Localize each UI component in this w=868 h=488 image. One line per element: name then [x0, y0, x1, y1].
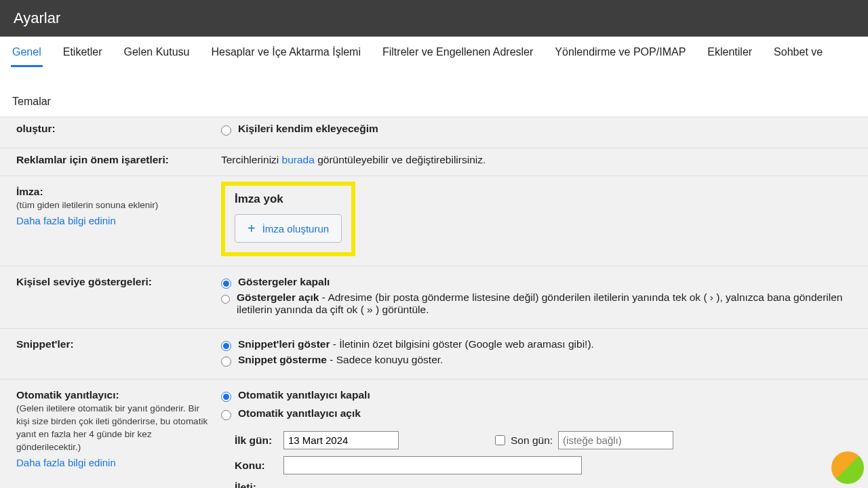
- tab-hesaplar[interactable]: Hesaplar ve İçe Aktarma İşlemi: [210, 37, 362, 67]
- label-autoresponder-sub: (Gelen iletilere otomatik bir yanıt gönd…: [16, 403, 213, 454]
- row-contacts-create: oluştur: Kişileri kendim ekleyeceğim: [0, 117, 868, 148]
- create-signature-button[interactable]: + İmza oluşturun: [235, 214, 342, 243]
- tab-genel[interactable]: Genel: [11, 37, 43, 67]
- tab-etiketler[interactable]: Etiketler: [62, 37, 104, 67]
- radio-contacts-manual-label: Kişileri kendim ekleyeceğim: [238, 123, 378, 135]
- page-title: Ayarlar: [0, 0, 868, 37]
- last-day-label: Son gün:: [511, 434, 553, 447]
- radio-snippets-show[interactable]: [221, 341, 231, 351]
- ads-text-prefix: Tercihlerinizi: [221, 154, 282, 165]
- message-label: İleti:: [235, 481, 275, 488]
- radio-snippets-hide[interactable]: [221, 357, 231, 367]
- label-snippets: Snippet'ler:: [16, 338, 213, 350]
- label-signature: İmza:: [16, 186, 213, 198]
- signature-learn-more-link[interactable]: Daha fazla bilgi edinin: [16, 215, 213, 226]
- label-signature-sub: (tüm giden iletilerin sonuna eklenir): [16, 199, 213, 212]
- last-day-input[interactable]: [558, 431, 673, 449]
- tab-eklentiler[interactable]: Eklentiler: [706, 37, 753, 67]
- signature-none-text: İmza yok: [235, 192, 342, 206]
- radio-indicators-on-label: Göstergeler açık - Adresime (bir posta g…: [237, 291, 852, 316]
- create-signature-label: İmza oluşturun: [262, 223, 329, 235]
- row-ads: Reklamlar için önem işaretleri: Tercihle…: [0, 148, 868, 176]
- radio-snippets-show-label: Snippet'leri göster - İletinin özet bilg…: [238, 338, 594, 350]
- first-day-input[interactable]: [283, 431, 399, 449]
- subject-input[interactable]: [283, 456, 582, 474]
- radio-autoresponder-off[interactable]: [221, 392, 231, 402]
- radio-autoresponder-on-label: Otomatik yanıtlayıcı açık: [238, 407, 361, 420]
- tab-yonlendirme[interactable]: Yönlendirme ve POP/IMAP: [553, 37, 687, 67]
- radio-autoresponder-on[interactable]: [221, 410, 231, 420]
- signature-highlight-box: İmza yok + İmza oluşturun: [221, 182, 355, 256]
- overlay-badge-icon: [831, 451, 864, 484]
- radio-indicators-on[interactable]: [221, 294, 230, 304]
- radio-contacts-manual[interactable]: [221, 125, 231, 136]
- ads-text-suffix: görüntüleyebilir ve değiştirebilirsiniz.: [315, 154, 486, 165]
- radio-indicators-off[interactable]: [221, 279, 231, 289]
- label-contacts-create: oluştur:: [16, 123, 213, 135]
- row-indicators: Kişisel seviye göstergeleri: Göstergeler…: [0, 266, 868, 329]
- tabs-bar: Genel Etiketler Gelen Kutusu Hesaplar ve…: [0, 37, 868, 117]
- radio-autoresponder-off-label: Otomatik yanıtlayıcı kapalı: [238, 389, 370, 401]
- tab-gelen-kutusu[interactable]: Gelen Kutusu: [123, 37, 191, 67]
- label-ads: Reklamlar için önem işaretleri:: [16, 154, 213, 166]
- label-autoresponder: Otomatik yanıtlayıcı:: [16, 389, 213, 401]
- ads-here-link[interactable]: burada: [282, 154, 315, 165]
- label-indicators: Kişisel seviye göstergeleri:: [16, 276, 213, 288]
- plus-icon: +: [248, 222, 256, 235]
- row-autoresponder: Otomatik yanıtlayıcı: (Gelen iletilere o…: [0, 380, 868, 488]
- row-snippets: Snippet'ler: Snippet'leri göster - İleti…: [0, 329, 868, 380]
- radio-snippets-hide-label: Snippet gösterme - Sadece konuyu göster.: [238, 354, 443, 366]
- first-day-label: İlk gün:: [235, 434, 275, 447]
- tab-temalar[interactable]: Temalar: [11, 86, 52, 117]
- tab-sohbet[interactable]: Sohbet ve: [772, 37, 824, 67]
- autoresponder-learn-more-link[interactable]: Daha fazla bilgi edinin: [16, 457, 213, 468]
- row-signature: İmza: (tüm giden iletilerin sonuna eklen…: [0, 176, 868, 266]
- radio-indicators-off-label: Göstergeler kapalı: [238, 276, 330, 288]
- tab-filtreler[interactable]: Filtreler ve Engellenen Adresler: [381, 37, 534, 67]
- last-day-checkbox[interactable]: [495, 435, 505, 445]
- subject-label: Konu:: [235, 460, 275, 472]
